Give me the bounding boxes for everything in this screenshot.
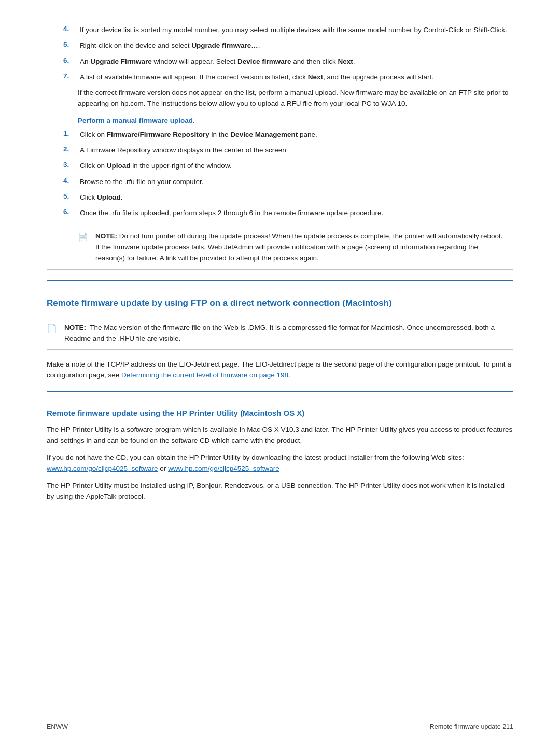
manual-step-3-num: 3. bbox=[63, 161, 78, 171]
step-4: 4. If your device list is sorted my mode… bbox=[47, 25, 513, 35]
step-4-num: 4. bbox=[63, 25, 78, 35]
section3-divider: Remote firmware update using the HP Prin… bbox=[47, 391, 513, 418]
section3-para1: The HP Printer Utility is a software pro… bbox=[47, 425, 513, 446]
manual-step-6: 6. Once the .rfu file is uploaded, perfo… bbox=[47, 208, 513, 218]
section3-heading: Remote firmware update using the HP Prin… bbox=[47, 408, 513, 418]
manual-step-1-bold1: Firmware/Firmware Repository bbox=[107, 131, 209, 138]
manual-step-5: 5. Click Upload. bbox=[47, 192, 513, 203]
manual-step-5-num: 5. bbox=[63, 192, 78, 203]
step-6-bold1: Upgrade Firmware bbox=[90, 58, 152, 65]
firmware-page-link[interactable]: Determining the current level of firmwar… bbox=[121, 371, 288, 379]
note-box-1: 📄 NOTE: Do not turn printer off during t… bbox=[47, 226, 513, 270]
manual-step-3-bold1: Upload bbox=[107, 162, 131, 170]
section2-divider: Remote firmware update by using FTP on a… bbox=[47, 280, 513, 310]
section2-paragraph: Make a note of the TCP/IP address on the… bbox=[47, 359, 513, 381]
hp-link-2[interactable]: www.hp.com/go/cljcp4525_software bbox=[168, 465, 279, 472]
step-6-bold3: Next bbox=[338, 58, 353, 65]
manual-step-5-text: Click Upload. bbox=[80, 192, 513, 203]
section2-para-end: . bbox=[288, 371, 290, 379]
manual-step-1-num: 1. bbox=[63, 130, 78, 140]
manual-step-5-bold1: Upload bbox=[97, 193, 121, 201]
step-6-num: 6. bbox=[63, 57, 78, 67]
manual-step-4-num: 4. bbox=[63, 177, 78, 187]
footer-right: Remote firmware update 211 bbox=[430, 723, 513, 730]
page-footer: ENWW Remote firmware update 211 bbox=[47, 723, 513, 730]
manual-step-6-text: Once the .rfu file is uploaded, perform … bbox=[80, 208, 513, 218]
manual-step-3-text: Click on Upload in the upper-right of th… bbox=[80, 161, 513, 171]
note-icon-1: 📄 bbox=[78, 231, 89, 244]
step-5-text: Right-click on the device and select Upg… bbox=[80, 40, 513, 51]
step-6: 6. An Upgrade Firmware window will appea… bbox=[47, 57, 513, 67]
section2-heading: Remote firmware update by using FTP on a… bbox=[47, 298, 513, 310]
manual-steps-list: 1. Click on Firmware/Firmware Repository… bbox=[47, 130, 513, 219]
note-2-text: NOTE: The Mac version of the firmware fi… bbox=[64, 322, 506, 344]
note-1-label: NOTE: bbox=[95, 232, 117, 240]
manual-step-2-text: A Firmware Repository window displays in… bbox=[80, 145, 513, 156]
step-6-bold2: Device firmware bbox=[237, 58, 291, 65]
manual-step-4-text: Browse to the .rfu file on your computer… bbox=[80, 177, 513, 187]
step-4-text: If your device list is sorted my model n… bbox=[80, 25, 513, 35]
page-content: 4. If your device list is sorted my mode… bbox=[0, 0, 560, 550]
manual-step-1-text: Click on Firmware/Firmware Repository in… bbox=[80, 130, 513, 140]
manual-step-3: 3. Click on Upload in the upper-right of… bbox=[47, 161, 513, 171]
note-2-label: NOTE: bbox=[64, 324, 86, 331]
step-7-bold1: Next bbox=[308, 73, 323, 81]
manual-step-6-num: 6. bbox=[63, 208, 78, 218]
step-7: 7. A list of available firmware will app… bbox=[47, 72, 513, 82]
manual-firmware-heading: Perform a manual firmware upload. bbox=[47, 117, 513, 124]
manual-step-2: 2. A Firmware Repository window displays… bbox=[47, 145, 513, 156]
hp-link-1[interactable]: www.hp.com/go/cljcp4025_software bbox=[47, 465, 158, 472]
section3-para2: If you do not have the CD, you can obtai… bbox=[47, 453, 513, 474]
note-1-text: NOTE: Do not turn printer off during the… bbox=[95, 231, 506, 264]
step-5: 5. Right-click on the device and select … bbox=[47, 40, 513, 51]
section3-para2-mid: or bbox=[158, 465, 169, 472]
manual-step-1-bold2: Device Management bbox=[230, 131, 298, 138]
step-5-bold: Upgrade firmware… bbox=[191, 41, 258, 49]
step-6-text: An Upgrade Firmware window will appear. … bbox=[80, 57, 513, 67]
footer-left: ENWW bbox=[47, 723, 68, 730]
section3-para2-pre: If you do not have the CD, you can obtai… bbox=[47, 454, 464, 461]
step-7-text: A list of available firmware will appear… bbox=[80, 72, 513, 82]
intro-paragraph: If the correct firmware version does not… bbox=[47, 88, 513, 109]
section3-para3: The HP Printer Utility must be installed… bbox=[47, 481, 513, 502]
step-5-num: 5. bbox=[63, 40, 78, 51]
note-box-2: 📄 NOTE: The Mac version of the firmware … bbox=[47, 317, 513, 350]
manual-step-1: 1. Click on Firmware/Firmware Repository… bbox=[47, 130, 513, 140]
manual-step-4: 4. Browse to the .rfu file on your compu… bbox=[47, 177, 513, 187]
steps-top-list: 4. If your device list is sorted my mode… bbox=[47, 25, 513, 82]
manual-step-2-num: 2. bbox=[63, 145, 78, 156]
note-icon-2: 📄 bbox=[47, 322, 58, 335]
step-7-num: 7. bbox=[63, 72, 78, 82]
